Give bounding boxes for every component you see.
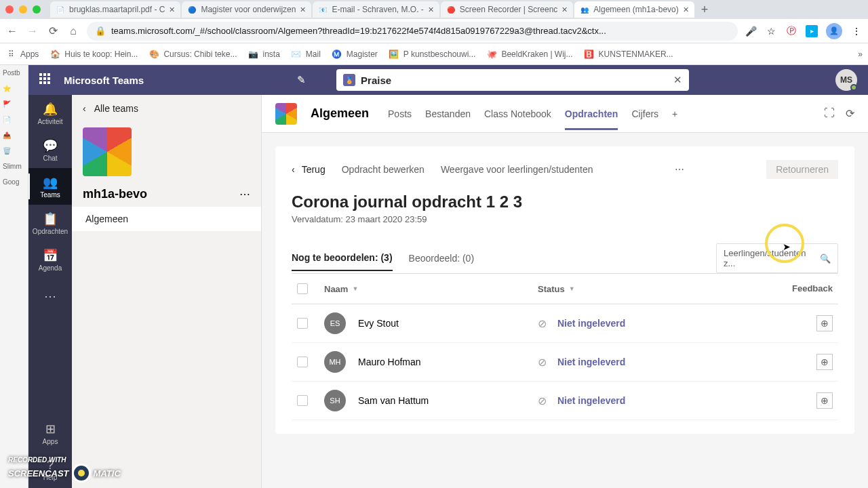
tab-favicon: 📄	[56, 5, 65, 14]
browser-tab[interactable]: 🔵Magister voor onderwijzen✕	[182, 1, 311, 18]
row-checkbox[interactable]	[297, 318, 308, 329]
browser-tab[interactable]: 📧E-mail - Schraven, M.O. -✕	[313, 1, 439, 18]
tab-grades[interactable]: Cijfers	[631, 98, 658, 130]
close-window-icon[interactable]	[5, 5, 14, 14]
return-button[interactable]: Retourneren	[766, 160, 838, 179]
bookmark-item[interactable]: 🖼️P kunstbeschouwi...	[389, 49, 476, 60]
address-bar: ← → ⟳ ⌂ 🔒 teams.microsoft.com/_#/school/…	[0, 19, 868, 43]
compose-icon[interactable]: ✎	[290, 69, 312, 91]
rail-teams[interactable]: 👥Teams	[28, 168, 72, 205]
tab-graded[interactable]: Beoordeeld: (0)	[409, 246, 475, 270]
bookmark-item[interactable]: Ⓜ️Magister	[332, 49, 378, 60]
extension-icon[interactable]: ▸	[806, 25, 818, 37]
forward-button[interactable]: →	[26, 24, 39, 38]
os-item[interactable]: 📄	[1, 115, 26, 125]
tab-files[interactable]: Bestanden	[425, 98, 471, 130]
rail-more[interactable]: ⋯	[28, 278, 72, 314]
os-item[interactable]: Slimm	[1, 161, 26, 171]
reload-button[interactable]: ⟳	[46, 24, 60, 38]
add-tab-button[interactable]: +	[672, 98, 677, 130]
pinterest-icon[interactable]: Ⓟ	[785, 25, 797, 37]
student-name: Sam van Hattum	[358, 395, 429, 406]
student-view-link[interactable]: Weergave voor leerlingen/studenten	[441, 164, 593, 175]
tab-notebook[interactable]: Class Notebook	[484, 98, 551, 130]
close-tab-icon[interactable]: ✕	[428, 5, 434, 14]
add-feedback-icon[interactable]: ⊕	[816, 315, 833, 331]
os-item[interactable]: Goog	[1, 177, 26, 187]
add-feedback-icon[interactable]: ⊕	[816, 392, 833, 409]
expand-icon[interactable]: ⛶	[824, 107, 835, 120]
browser-tab-active[interactable]: 👥Algemeen (mh1a-bevo)✕	[574, 1, 694, 18]
more-icon: ⋯	[44, 289, 56, 304]
student-row[interactable]: SHSam van Hattum ⊘Niet ingeleverd ⊕	[292, 382, 838, 420]
home-button[interactable]: ⌂	[66, 24, 80, 38]
tab-assignments[interactable]: Opdrachten	[565, 98, 618, 130]
tab-posts[interactable]: Posts	[388, 98, 412, 130]
add-feedback-icon[interactable]: ⊕	[816, 354, 833, 370]
team-more-icon[interactable]: ⋯	[239, 188, 250, 201]
student-row[interactable]: MHMauro Hofman ⊘Niet ingeleverd ⊕	[292, 343, 838, 382]
rail-calendar[interactable]: 📅Agenda	[28, 241, 72, 278]
back-button[interactable]: ‹Terug	[292, 164, 326, 175]
star-icon[interactable]: ☆	[765, 25, 777, 37]
minimize-window-icon[interactable]	[19, 5, 27, 14]
bookmark-apps[interactable]: ⠿Apps	[5, 49, 39, 60]
status-text: Niet ingeleverd	[557, 357, 625, 367]
bookmark-item[interactable]: 🐙BeeldKraken | Wij...	[486, 49, 572, 60]
rail-chat[interactable]: 💬Chat	[28, 131, 72, 168]
os-item[interactable]: ⭐	[1, 83, 26, 94]
rail-assignments[interactable]: 📋Opdrachten	[28, 205, 72, 241]
watermark-logo-icon	[72, 464, 91, 483]
url-input[interactable]: 🔒 teams.microsoft.com/_#/school/classroo…	[87, 22, 738, 41]
back-all-teams[interactable]: ‹Alle teams	[72, 95, 261, 122]
maximize-window-icon[interactable]	[33, 5, 41, 14]
os-item[interactable]: 🗑️	[1, 146, 26, 156]
back-button[interactable]: ←	[5, 24, 19, 38]
rail-apps[interactable]: ⊞Apps	[28, 415, 72, 451]
close-tab-icon[interactable]: ✕	[300, 5, 306, 14]
os-item[interactable]: 🚩	[1, 99, 26, 109]
browser-tab[interactable]: 📄brugklas.maartapril.pdf - C✕	[50, 1, 180, 18]
tab-title: Screen Recorder | Screenc	[460, 5, 558, 14]
menu-icon[interactable]: ⋮	[850, 25, 863, 37]
app-rail: 🔔Activiteit 💬Chat 👥Teams 📋Opdrachten 📅Ag…	[28, 65, 72, 488]
student-avatar: SH	[324, 390, 346, 411]
bookmark-item[interactable]: 🏠Huis te koop: Hein...	[50, 49, 138, 60]
app-launcher-icon[interactable]	[39, 73, 53, 87]
bookmark-item[interactable]: ✉️Mail	[291, 49, 321, 60]
mic-icon[interactable]: 🎤	[745, 25, 757, 37]
not-turned-in-icon: ⊘	[538, 394, 547, 407]
new-tab-button[interactable]: +	[696, 3, 714, 17]
bookmark-item[interactable]: 📷insta	[248, 49, 279, 60]
close-icon[interactable]: ✕	[673, 74, 682, 86]
more-icon[interactable]: ⋯	[675, 164, 684, 175]
bookmark-icon: 🖼️	[389, 49, 399, 60]
column-name[interactable]: Naam▼	[324, 283, 538, 294]
row-checkbox[interactable]	[297, 395, 308, 406]
team-avatar[interactable]	[83, 127, 132, 176]
os-item[interactable]: 📤	[1, 130, 26, 140]
refresh-icon[interactable]: ⟳	[846, 107, 854, 120]
user-avatar[interactable]: MS	[835, 69, 857, 91]
close-tab-icon[interactable]: ✕	[561, 5, 568, 14]
select-all-checkbox[interactable]	[297, 283, 308, 294]
column-status[interactable]: Status▼	[538, 283, 751, 294]
student-row[interactable]: ESEvy Stout ⊘Niet ingeleverd ⊕	[292, 304, 838, 343]
edit-assignment-link[interactable]: Opdracht bewerken	[342, 164, 425, 175]
rail-activity[interactable]: 🔔Activiteit	[28, 95, 72, 131]
apps-icon: ⠿	[5, 49, 16, 60]
search-students-input[interactable]: Leerlingen/studenten z... 🔍	[716, 243, 838, 273]
praise-bar[interactable]: 🏅 Praise ✕	[336, 69, 689, 91]
channel-item[interactable]: Algemeen	[72, 207, 261, 231]
bookmark-item[interactable]: 🎨Cursus: Chibi teke...	[149, 49, 237, 60]
profile-avatar[interactable]: 👤	[826, 23, 842, 39]
close-tab-icon[interactable]: ✕	[169, 5, 175, 14]
bookmarks-overflow[interactable]: »	[858, 49, 863, 59]
row-checkbox[interactable]	[297, 357, 308, 367]
calendar-icon: 📅	[43, 248, 58, 263]
browser-tab[interactable]: 🔴Screen Recorder | Screenc✕	[441, 1, 574, 18]
bookmark-item[interactable]: 🅱️KUNSTENMAKER...	[584, 49, 673, 60]
os-item[interactable]: Postb	[1, 68, 26, 78]
close-tab-icon[interactable]: ✕	[683, 5, 689, 14]
tab-to-grade[interactable]: Nog te beoordelen: (3)	[292, 245, 393, 271]
